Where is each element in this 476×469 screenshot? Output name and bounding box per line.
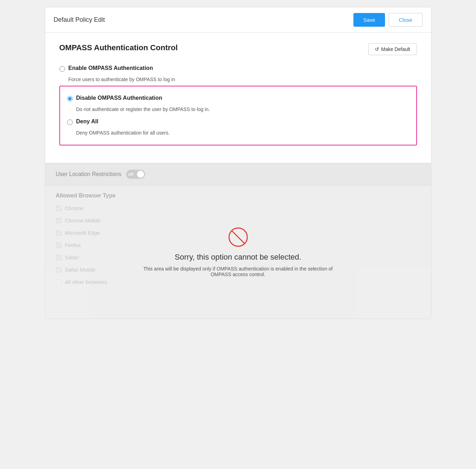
location-toggle[interactable]: off <box>126 170 145 179</box>
location-toggle-container[interactable]: off <box>126 170 145 179</box>
deny-all-option: Deny All Deny OMPASS authentication for … <box>67 116 409 136</box>
browser-chrome-label: Chrome <box>65 205 84 211</box>
disable-ompass-radio[interactable] <box>67 96 73 102</box>
enable-ompass-radio[interactable] <box>59 66 65 72</box>
header: Default Policy Edit Save Close <box>45 7 431 33</box>
browser-safari-mobile-label: Safari Mobile <box>65 267 96 273</box>
page-title: Default Policy Edit <box>54 16 105 24</box>
browser-chrome-checkbox <box>56 206 61 211</box>
browser-item-edge: Microsoft Edge <box>56 229 420 236</box>
browser-other-checkbox <box>56 279 61 285</box>
deny-all-radio[interactable] <box>67 119 73 125</box>
browser-section-title: Allowed Browser Type <box>56 193 420 199</box>
header-buttons: Save Close <box>353 13 423 27</box>
main-content: OMPASS Authentication Control ↺ Make Def… <box>45 33 431 163</box>
ompass-section-header: OMPASS Authentication Control ↺ Make Def… <box>59 43 417 55</box>
browser-firefox-checkbox <box>56 242 61 248</box>
browser-item-other: All other browsers <box>56 278 420 286</box>
browser-item-chrome-mobile: Chrome Mobile <box>56 217 420 224</box>
make-default-label: Make Default <box>381 46 410 52</box>
browser-item-chrome: Chrome <box>56 204 420 212</box>
enable-ompass-desc: Force users to authenticate by OMPASS to… <box>69 77 417 82</box>
save-button[interactable]: Save <box>353 13 385 27</box>
browser-edge-checkbox <box>56 230 61 236</box>
enable-ompass-radio-row: Enable OMPASS Authentication <box>59 62 417 74</box>
enable-ompass-label[interactable]: Enable OMPASS Authentication <box>69 65 153 71</box>
ompass-section-title: OMPASS Authentication Control <box>59 43 178 52</box>
enable-ompass-option: Enable OMPASS Authentication Force users… <box>59 62 417 82</box>
browser-item-safari: Safari <box>56 254 420 261</box>
toggle-off-label: off <box>128 172 133 176</box>
location-title-text: User Location Restrictions <box>56 171 122 177</box>
disable-ompass-radio-row: Disable OMPASS Authentication <box>67 92 409 104</box>
page-container: Default Policy Edit Save Close OMPASS Au… <box>45 7 431 319</box>
toggle-knob <box>137 171 144 178</box>
browser-edge-label: Microsoft Edge <box>65 230 100 236</box>
browser-item-firefox: Firefox <box>56 241 420 249</box>
browser-chrome-mobile-checkbox <box>56 218 61 223</box>
location-section-title: User Location Restrictions off <box>56 170 420 179</box>
make-default-button[interactable]: ↺ Make Default <box>368 43 417 55</box>
browser-safari-checkbox <box>56 255 61 260</box>
disable-ompass-desc: Do not authenticate or register the user… <box>76 106 409 112</box>
disable-ompass-label[interactable]: Disable OMPASS Authentication <box>76 95 162 101</box>
browser-chrome-mobile-label: Chrome Mobile <box>65 217 101 223</box>
browser-safari-mobile-checkbox <box>56 267 61 273</box>
browser-other-label: All other browsers <box>65 279 107 285</box>
browser-firefox-label: Firefox <box>65 242 81 248</box>
deny-all-label[interactable]: Deny All <box>76 118 98 125</box>
browser-safari-label: Safari <box>65 254 79 260</box>
reset-icon: ↺ <box>375 46 379 52</box>
selected-options-box: Disable OMPASS Authentication Do not aut… <box>59 86 417 145</box>
deny-all-desc: Deny OMPASS authentication for all users… <box>76 130 409 136</box>
location-section: User Location Restrictions off <box>45 163 431 185</box>
browser-item-safari-mobile: Safari Mobile <box>56 266 420 273</box>
close-button[interactable]: Close <box>389 13 422 27</box>
browser-section: Allowed Browser Type Chrome Chrome Mobil… <box>45 185 431 319</box>
disable-ompass-option: Disable OMPASS Authentication Do not aut… <box>67 92 409 112</box>
deny-all-radio-row: Deny All <box>67 116 409 128</box>
browser-section-container: Allowed Browser Type Chrome Chrome Mobil… <box>45 185 431 319</box>
